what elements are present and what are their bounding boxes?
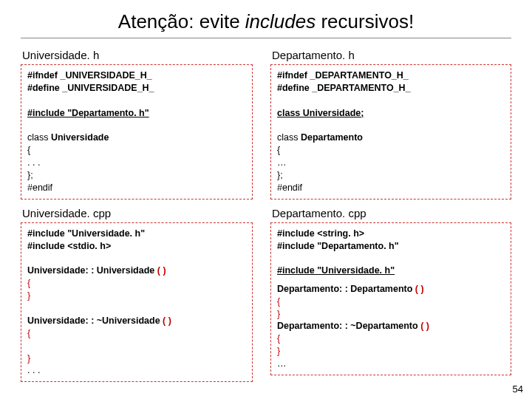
code-line: #define _DEPARTAMENTO_H_: [277, 82, 505, 95]
right-column: Departamento. h #ifndef _DEPARTAMENTO_H_…: [266, 46, 511, 389]
code-line: class Universidade: [27, 132, 246, 144]
columns: Universidade. h #ifndef _UNIVERSIDADE_H_…: [0, 46, 532, 389]
slide-number: 54: [513, 383, 523, 395]
code-line: {: [27, 144, 246, 157]
code-line: };: [27, 169, 246, 182]
spacer: [27, 340, 246, 352]
title-italic: includes: [245, 10, 316, 33]
spacer: [27, 95, 246, 107]
code-line: . . .: [27, 157, 246, 169]
code-line: #include <string. h>: [277, 228, 505, 240]
code-line: {: [277, 332, 505, 345]
code-line: #endif: [277, 182, 505, 194]
code-universidade-h: #ifndef _UNIVERSIDADE_H_ #define _UNIVER…: [21, 64, 253, 200]
kw-class: class: [27, 132, 51, 143]
code-line: Departamento: : Departamento ( ): [277, 283, 505, 296]
code-line: #define _UNIVERSIDADE_H_: [27, 82, 246, 95]
spacer: [27, 120, 246, 132]
title-pre: Atenção: evite: [118, 10, 245, 33]
ctor: Departamento: : Departamento: [277, 284, 415, 294]
code-line: #endif: [27, 182, 246, 194]
code-line: #include "Universidade. h": [27, 228, 246, 240]
dtor: Universidade: : ~Universidade: [27, 316, 163, 326]
spacer: [277, 120, 505, 132]
code-universidade-cpp: #include "Universidade. h" #include <std…: [21, 222, 253, 383]
parens: ( ): [420, 321, 429, 331]
slide: Atenção: evite includes recursivos! Univ…: [0, 0, 532, 399]
parens: ( ): [415, 284, 424, 294]
code-line: #include <stdio. h>: [27, 240, 246, 253]
code-line: Universidade: : ~Universidade ( ): [27, 315, 246, 327]
code-line: {: [27, 327, 246, 340]
class-name: Universidade: [51, 132, 109, 143]
code-line-fwd-decl: class Universidade;: [277, 107, 505, 120]
code-line: #ifndef _DEPARTAMENTO_H_: [277, 69, 505, 82]
code-line-include: #include "Departamento. h": [27, 107, 246, 120]
code-line: …: [277, 157, 505, 169]
spacer: [277, 253, 505, 265]
slide-title: Atenção: evite includes recursivos!: [0, 0, 532, 38]
code-line: }: [277, 308, 505, 321]
code-departamento-cpp: #include <string. h> #include "Departame…: [270, 222, 511, 375]
dtor: Departamento: : ~Departamento: [277, 321, 420, 331]
spacer: [27, 253, 246, 265]
code-line: };: [277, 169, 505, 182]
code-line: {: [27, 277, 246, 290]
code-line: …: [277, 358, 505, 370]
ctor: Universidade: : Universidade: [27, 265, 157, 276]
file-name-departamento-cpp: Departamento. cpp: [272, 207, 511, 219]
kw-class: class: [277, 132, 301, 143]
file-name-universidade-cpp: Universidade. cpp: [22, 207, 253, 219]
code-line: }: [27, 352, 246, 365]
spacer: [27, 302, 246, 315]
parens: ( ): [157, 265, 166, 276]
class-name: Departamento: [301, 132, 363, 143]
left-column: Universidade. h #ifndef _UNIVERSIDADE_H_…: [21, 46, 266, 389]
code-line: Departamento: : ~Departamento ( ): [277, 320, 505, 332]
code-line: }: [27, 290, 246, 302]
code-line: {: [277, 296, 505, 308]
code-line: . . .: [27, 364, 246, 377]
code-line: #ifndef _UNIVERSIDADE_H_: [27, 69, 246, 82]
spacer: [277, 277, 505, 283]
code-line: {: [277, 144, 505, 157]
file-name-departamento-h: Departamento. h: [272, 49, 511, 61]
code-line: }: [277, 345, 505, 358]
code-line-include: #include "Universidade. h": [277, 265, 505, 277]
code-line: Universidade: : Universidade ( ): [27, 265, 246, 277]
code-line: #include "Departamento. h": [277, 240, 505, 253]
code-departamento-h: #ifndef _DEPARTAMENTO_H_ #define _DEPART…: [270, 64, 511, 200]
divider: [21, 38, 511, 38]
file-name-universidade-h: Universidade. h: [22, 49, 253, 61]
spacer: [277, 95, 505, 107]
parens: ( ): [163, 316, 171, 326]
code-line: class Departamento: [277, 132, 505, 144]
title-post: recursivos!: [316, 10, 414, 33]
